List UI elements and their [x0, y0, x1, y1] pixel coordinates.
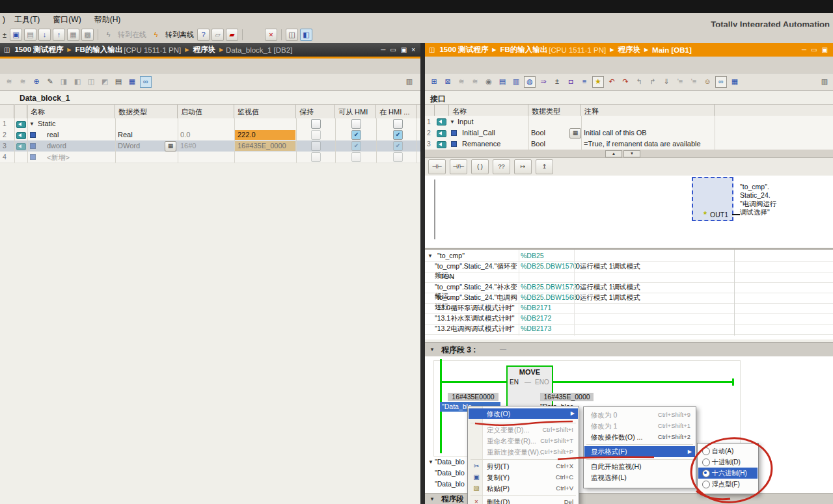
- operand-info-row[interactable]: "Data_blo: [435, 458, 465, 466]
- operand-line[interactable]: "to_cmp".: [740, 183, 769, 191]
- menu-item-define-tag[interactable]: 定义变量(D)... Ctrl+Shift+I: [469, 425, 578, 435]
- menu-help[interactable]: 帮助(H): [88, 13, 128, 27]
- cell-name[interactable]: Input: [457, 118, 473, 126]
- menu-item-rewire-tag[interactable]: 重新连接变量(W)... Ctrl+Shift+P: [469, 447, 578, 457]
- ob1-panel-edge-icon[interactable]: ▥: [819, 76, 830, 88]
- breadcrumb-project[interactable]: 1500 测试程序: [439, 45, 488, 55]
- db-row-static[interactable]: 1 ▼ Static: [0, 118, 420, 130]
- cell-datatype[interactable]: DWord: [118, 142, 140, 150]
- close-connection-icon[interactable]: ×: [265, 29, 277, 41]
- collapse-up-button[interactable]: ▲: [605, 150, 622, 157]
- db-panel-edge-icon[interactable]: ▥: [403, 76, 415, 88]
- nc-contact-icon[interactable]: ⊣/⊢: [450, 159, 467, 174]
- window-divider[interactable]: [420, 43, 425, 504]
- pane-splitter[interactable]: ▲ ▼: [425, 150, 833, 158]
- monitoring-toggle[interactable]: ∞: [715, 76, 727, 88]
- network3-header[interactable]: ▼ 程序段 3 : —: [425, 342, 833, 358]
- datatype-select-button[interactable]: ▦: [569, 128, 581, 139]
- symbolic-operands-icon[interactable]: ▥: [510, 76, 522, 88]
- absolute-operands-icon[interactable]: ▤: [497, 76, 508, 88]
- watch-row[interactable]: "to_cmp".Static_24."循环变频运... %DB25.DBW15…: [425, 261, 833, 272]
- menu-item-modify-to-0[interactable]: 修改为 0 Ctrl+Shift+9: [584, 410, 695, 420]
- monitor-all-toggle[interactable]: ∞: [140, 76, 152, 88]
- radio-icon[interactable]: [702, 447, 710, 455]
- retain-checkbox[interactable]: [311, 119, 321, 129]
- cell-startvalue[interactable]: 0.0: [180, 131, 190, 139]
- cell-startvalue[interactable]: 16#0: [180, 142, 196, 150]
- menu-tools[interactable]: 工具(T): [8, 13, 46, 27]
- open-quote-icon[interactable]: '≡: [674, 76, 686, 88]
- close-icon[interactable]: ×: [411, 46, 415, 53]
- menu-window[interactable]: 窗口(W): [46, 13, 87, 27]
- keep-actual-values-icon[interactable]: ⊕: [31, 76, 42, 88]
- insert-row-icon[interactable]: ≋: [456, 76, 467, 88]
- cell-name[interactable]: Initial_Call: [462, 129, 495, 137]
- expand-icon[interactable]: ▼: [430, 347, 435, 352]
- empty-box-icon[interactable]: ??: [493, 159, 510, 174]
- maximize-icon[interactable]: ▣: [822, 46, 828, 53]
- watch-name[interactable]: "13.2电调阀调试模式计时": [435, 325, 519, 334]
- cell-name[interactable]: dword: [47, 142, 66, 150]
- expand-icon[interactable]: ▼: [428, 459, 433, 465]
- go-online-button[interactable]: 转到在线: [118, 30, 146, 40]
- pin-icon[interactable]: ◫: [429, 46, 435, 53]
- close-branch-icon[interactable]: ↥: [536, 159, 553, 174]
- expand-icon[interactable]: ▼: [29, 121, 34, 127]
- restore-icon[interactable]: ▭: [811, 46, 817, 53]
- radio-selected-icon[interactable]: [702, 470, 710, 477]
- hmi-accessible-checkbox[interactable]: ✔: [351, 141, 361, 151]
- db-row-dword-selected[interactable]: 3 dword DWord ▦ 16#0 16#435E_0000 ✔ ✔: [0, 140, 420, 152]
- go-offline-button[interactable]: 转到离线: [165, 30, 194, 40]
- plus-minus-icon[interactable]: ±: [551, 76, 563, 88]
- watch-row[interactable]: "13.0循环泵调试模式计时" %DB2171: [425, 303, 833, 314]
- insert-row-icon[interactable]: ≋: [3, 76, 15, 88]
- block-output-label[interactable]: OUT1: [710, 211, 728, 219]
- output-monitor-value[interactable]: 16#435E_0000: [540, 393, 594, 401]
- snapshot-icon[interactable]: ✎: [44, 76, 56, 88]
- minimize-icon[interactable]: ─: [381, 46, 385, 53]
- hmi-visible-checkbox[interactable]: ✔: [393, 141, 403, 151]
- restore-icon[interactable]: ▤: [24, 29, 36, 41]
- cell-comment[interactable]: =True, if remanent data are available: [584, 140, 701, 148]
- menu-item-monitor-from-here[interactable]: 自此开始监视(H): [584, 461, 695, 471]
- goto-next-icon[interactable]: ↱: [647, 76, 659, 88]
- go-offline-icon[interactable]: ϟ: [150, 29, 162, 41]
- go-online-icon[interactable]: ϟ: [102, 29, 115, 41]
- breadcrumb-program-blocks[interactable]: 程序块: [618, 45, 640, 55]
- lines-icon[interactable]: ≡: [579, 76, 590, 88]
- watch-row[interactable]: "13.2电调阀调试模式计时" %DB2173: [425, 324, 833, 335]
- cell-add-new[interactable]: <新增>: [47, 153, 70, 163]
- menu-item-format-decimal[interactable]: 十进制(D): [698, 457, 758, 468]
- gear-icon[interactable]: ◉: [483, 76, 495, 88]
- watch-row[interactable]: "to_cmp".Static_24."补水变频运... %DB25.DBW15…: [425, 282, 833, 293]
- watch-row[interactable]: "to_cmp".Static_24."电调阀运行... %DB25.DBW15…: [425, 293, 833, 304]
- watch-name[interactable]: TON: [440, 272, 525, 280]
- load-snapshot-icon[interactable]: ◧: [72, 76, 83, 88]
- coil-icon[interactable]: ( ): [471, 159, 489, 174]
- open-branch-icon[interactable]: ↦: [514, 159, 532, 174]
- db-row-add-new[interactable]: 4 <新增>: [0, 152, 420, 163]
- input-monitor-value[interactable]: 16#435E0000: [448, 393, 498, 401]
- copy-start-values-icon[interactable]: ◫: [85, 76, 97, 88]
- load-start-values-icon[interactable]: ◩: [99, 76, 111, 88]
- minimize-icon[interactable]: ─: [802, 46, 806, 53]
- hmi-visible-checkbox[interactable]: [393, 119, 403, 129]
- redo-icon[interactable]: ↷: [620, 76, 631, 88]
- expand-networks-icon[interactable]: ⇒: [538, 76, 549, 88]
- menu-item-copy[interactable]: ▣ 复制(Y) Ctrl+C: [469, 472, 578, 483]
- network2-canvas[interactable]: * OUT1 "to_cmp". Static_24. "电调阀运行 调试选择": [425, 176, 833, 248]
- block-calls-icon[interactable]: ▦: [729, 76, 741, 88]
- menu-item-display-format[interactable]: 显示格式(F) ▶: [584, 446, 695, 457]
- expand-icon[interactable]: ▼: [428, 253, 433, 259]
- radio-icon[interactable]: [702, 458, 710, 466]
- interface-row-initial-call[interactable]: 2 Initial_Call Bool ▦ Initial call of th…: [425, 127, 833, 139]
- menu-item-modify-to-1[interactable]: 修改为 1 Ctrl+Shift+1: [584, 421, 695, 431]
- ob1-editor-titlebar[interactable]: ◫ 1500 测试程序 ▶ FB的输入输出 [CPU 1511-1 PN] ▶ …: [425, 43, 833, 57]
- close-quote-icon[interactable]: '≡: [688, 76, 700, 88]
- pin-icon[interactable]: ◫: [4, 46, 10, 53]
- call-environment-icon[interactable]: ☺: [702, 76, 713, 88]
- start-cpu-icon[interactable]: ▦: [67, 29, 79, 41]
- operand-info-row[interactable]: "Data_blo: [435, 469, 465, 477]
- breadcrumb-device[interactable]: FB的输入输出: [75, 45, 122, 55]
- menu-item-paste[interactable]: ▨ 粘贴(P) Ctrl+V: [469, 483, 578, 494]
